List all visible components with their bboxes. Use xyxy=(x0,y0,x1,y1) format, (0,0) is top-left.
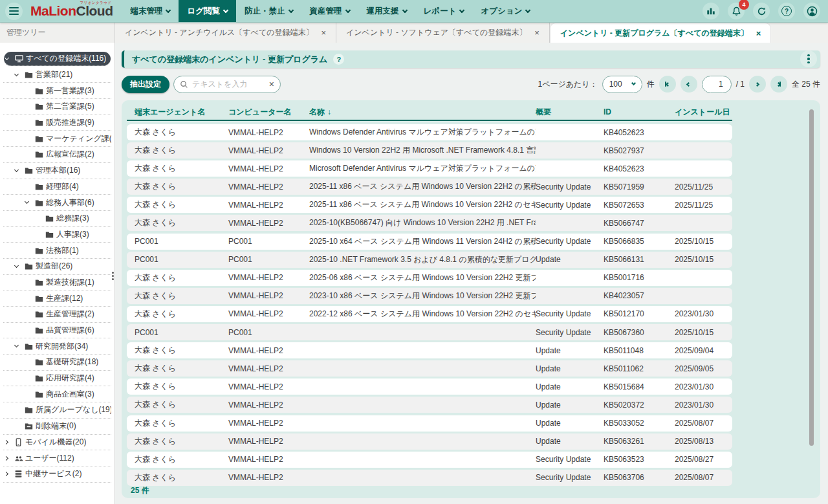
sidebar-item-5[interactable]: マーケティング課(2) xyxy=(3,131,111,147)
sidebar-item-22[interactable]: 所属グループなし(19) xyxy=(3,402,111,419)
table-row[interactable]: 大森 さくらVMMAL-HELP22025-10(KB5066747) 向け W… xyxy=(127,215,732,231)
table-row[interactable]: 大森 さくらVMMAL-HELP22025-11 x86 ベース システム用 W… xyxy=(127,179,732,195)
nav-menu-item-2[interactable]: 防止・禁止 xyxy=(236,0,301,22)
column-header-1[interactable]: コンピューター名 xyxy=(228,107,309,118)
table-row[interactable]: 大森 さくらVMMAL-HELP22022-12 x86 ベース システム用 W… xyxy=(127,306,732,322)
sidebar-item-4[interactable]: 販売推進課(9) xyxy=(3,115,111,131)
tab-2[interactable]: インベントリ - 更新プログラム〔すべての登録端末〕× xyxy=(550,23,771,43)
sidebar-item-0[interactable]: すべての登録端末(116) xyxy=(4,52,111,66)
table-row[interactable]: 大森 さくらVMMAL-HELP2Security UpdateKB506370… xyxy=(127,470,732,486)
chevron-down-icon[interactable] xyxy=(5,55,9,60)
more-options-kebab-icon[interactable] xyxy=(800,50,817,67)
sidebar-item-18[interactable]: 研究開発部(34) xyxy=(3,338,111,355)
sidebar-item-6[interactable]: 広報宣伝課(2) xyxy=(3,147,111,163)
chevron-down-icon[interactable] xyxy=(14,71,19,76)
sidebar-item-14[interactable]: 製造技術課(1) xyxy=(3,275,111,291)
last-page-button[interactable] xyxy=(770,76,787,93)
title-help-icon[interactable]: ? xyxy=(333,54,344,65)
nav-menu-item-3[interactable]: 資産管理 xyxy=(301,0,358,22)
sidebar-item-25[interactable]: ユーザー(112) xyxy=(3,450,111,466)
table-row[interactable]: 大森 さくらVMMAL-HELP2UpdateKB50632612025/08/… xyxy=(127,433,732,450)
column-header-5[interactable]: インストール日 xyxy=(675,107,732,118)
chevron-down-icon[interactable] xyxy=(14,263,19,268)
sidebar-item-21[interactable]: 商品企画室(3) xyxy=(3,386,111,402)
nav-menu-item-4[interactable]: 運用支援 xyxy=(358,0,415,22)
chevron-down-icon[interactable] xyxy=(25,199,29,204)
tree-item-label: モバイル機器(20) xyxy=(25,437,86,448)
table-row[interactable]: PC001PC001Security UpdateKB50673602025/1… xyxy=(127,324,732,340)
sidebar-item-9[interactable]: 総務人事部(6) xyxy=(3,195,111,211)
tab-1[interactable]: インベントリ - ソフトウェア〔すべての登録端末〕× xyxy=(336,23,550,43)
nav-menu-item-6[interactable]: オプション xyxy=(472,0,538,22)
chevron-right-icon[interactable] xyxy=(4,455,8,460)
sidebar-item-10[interactable]: 総務課(3) xyxy=(3,211,111,227)
table-row[interactable]: 大森 さくらVMMAL-HELP2UpdateKB50330522025/08/… xyxy=(127,415,732,432)
nav-menu-item-5[interactable]: レポート xyxy=(415,0,473,22)
table-row[interactable]: 大森 さくらVMMAL-HELP2Microsoft Defender Anti… xyxy=(127,160,732,177)
table-row[interactable]: 大森 さくらVMMAL-HELP2Windows Defender Antivi… xyxy=(127,124,732,140)
sidebar-item-12[interactable]: 法務部(1) xyxy=(3,243,111,259)
sidebar-item-8[interactable]: 経理部(4) xyxy=(3,179,111,195)
chevron-down-icon[interactable] xyxy=(14,343,19,347)
refresh-icon[interactable] xyxy=(753,3,770,19)
per-page-select[interactable]: 100 xyxy=(602,76,642,93)
sidebar-resize-handle[interactable] xyxy=(111,268,115,283)
first-page-button[interactable] xyxy=(659,76,676,93)
sidebar-item-13[interactable]: 製造部(26) xyxy=(3,259,111,275)
chevron-right-icon[interactable] xyxy=(4,472,8,476)
close-icon[interactable]: × xyxy=(534,28,539,38)
sidebar-item-1[interactable]: 営業部(21) xyxy=(3,67,111,83)
cell-1: PC001 xyxy=(228,255,309,264)
sidebar-item-7[interactable]: 管理本部(16) xyxy=(3,163,111,179)
clear-search-icon[interactable]: × xyxy=(269,80,274,89)
previous-page-button[interactable] xyxy=(681,76,697,93)
tab-0[interactable]: インベントリ - アンチウイルス〔すべての登録端末〕× xyxy=(115,23,336,43)
search-input[interactable] xyxy=(192,80,269,89)
sidebar-item-23[interactable]: 削除端末(0) xyxy=(3,419,111,435)
table-row[interactable]: 大森 さくらVMMAL-HELP2UpdateKB50110482025/09/… xyxy=(127,342,732,358)
statistics-icon[interactable] xyxy=(703,3,719,19)
notifications-bell-icon[interactable]: 4 xyxy=(728,3,745,19)
vertical-scrollbar[interactable] xyxy=(809,109,814,446)
table-row[interactable]: 大森 さくらVMMAL-HELP2UpdateKB50156842023/01/… xyxy=(127,378,732,395)
column-header-3[interactable]: 概要 xyxy=(536,107,604,118)
column-header-2[interactable]: 名称↓ xyxy=(309,107,536,118)
table-row[interactable]: 大森 さくらVMMAL-HELP22025-06 x86 ベース システム用 W… xyxy=(127,270,732,286)
cell-3: Security Update xyxy=(536,237,604,246)
chevron-right-icon[interactable] xyxy=(4,440,8,444)
page-number-input[interactable] xyxy=(702,76,732,93)
sidebar-item-15[interactable]: 生産課(12) xyxy=(3,290,111,307)
help-icon[interactable]: ? xyxy=(778,3,795,19)
hamburger-menu-icon[interactable] xyxy=(5,3,23,20)
next-page-button[interactable] xyxy=(749,76,766,93)
column-header-label: 端末エージェント名 xyxy=(135,107,205,118)
sidebar-item-26[interactable]: 中継サービス(2) xyxy=(3,466,111,483)
table-row[interactable]: PC001PC0012025-10 x64 ベース システム用 Windows … xyxy=(127,234,732,250)
table-row[interactable]: 大森 さくらVMMAL-HELP2UpdateKB50203722023/01/… xyxy=(127,397,732,413)
table-row[interactable]: 大森 さくらVMMAL-HELP22023-10 x86 ベース システム用 W… xyxy=(127,288,732,304)
sidebar-item-17[interactable]: 品質管理課(6) xyxy=(3,323,111,339)
account-icon[interactable] xyxy=(803,3,820,19)
column-header-0[interactable]: 端末エージェント名 xyxy=(135,107,228,118)
extract-settings-button[interactable]: 抽出設定 xyxy=(122,76,169,93)
nav-menu-item-1[interactable]: ログ閲覧 xyxy=(179,0,236,22)
column-header-4[interactable]: ID xyxy=(604,107,675,116)
close-icon[interactable]: × xyxy=(321,28,326,38)
sidebar-item-24[interactable]: モバイル機器(20) xyxy=(3,435,111,451)
sidebar-item-20[interactable]: 応用研究課(4) xyxy=(3,371,111,387)
close-icon[interactable]: × xyxy=(756,28,761,38)
chevron-down-icon[interactable] xyxy=(14,168,19,172)
sidebar-item-19[interactable]: 基礎研究課(18) xyxy=(3,355,111,371)
table-row[interactable]: 大森 さくらVMMAL-HELP2UpdateKB50110622025/09/… xyxy=(127,360,732,377)
table-row[interactable]: 大森 さくらVMMAL-HELP2Security UpdateKB506352… xyxy=(127,452,732,468)
nav-menu-item-0[interactable]: 端末管理 xyxy=(122,0,179,22)
sidebar-item-3[interactable]: 第二営業課(5) xyxy=(3,99,111,115)
table-row[interactable]: 大森 さくらVMMAL-HELP22025-11 x86 ベース システム用 W… xyxy=(127,197,732,213)
table-row[interactable]: PC001PC0012025-10 .NET Framework 3.5 および… xyxy=(127,252,732,268)
cell-1: VMMAL-HELP2 xyxy=(228,419,309,428)
table-row[interactable]: 大森 さくらVMMAL-HELP2Windows 10 Version 22H2… xyxy=(127,142,732,159)
sidebar-item-11[interactable]: 人事課(3) xyxy=(3,227,111,243)
sidebar-item-2[interactable]: 第一営業課(3) xyxy=(3,83,111,99)
app-logo[interactable]: MaLion Cloud マリオンクラウド xyxy=(30,3,113,19)
sidebar-item-16[interactable]: 生産管理課(2) xyxy=(3,307,111,323)
